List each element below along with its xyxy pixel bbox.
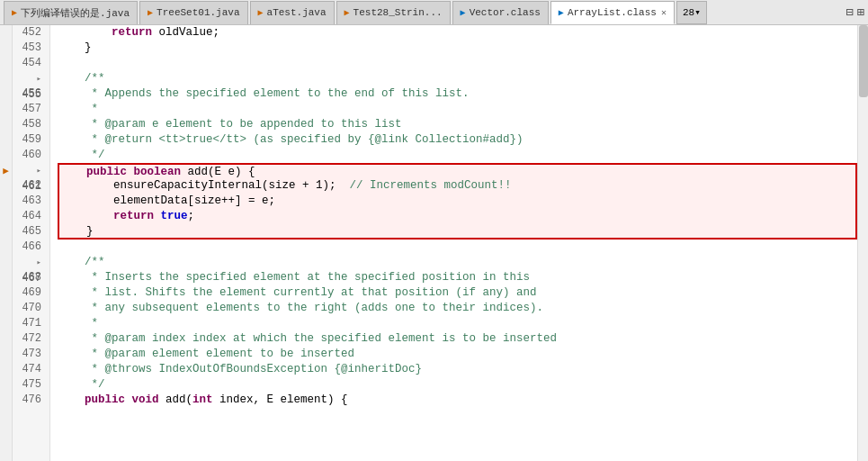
tab-4-label: Test28_Strin... xyxy=(353,7,443,18)
line-number-460: 460 xyxy=(13,148,46,163)
line-number-474: 474 xyxy=(13,362,46,377)
code-line-474: * @throws IndexOutOfBoundsException {@in… xyxy=(58,362,857,377)
code-line-456: * Appends the specified element to the e… xyxy=(58,86,857,102)
line-number-453: 453 xyxy=(13,41,46,56)
chevron-down-icon: ▾ xyxy=(694,6,701,18)
code-line-458: * @param e element to be appended to thi… xyxy=(58,117,857,132)
code-line-453: } xyxy=(58,41,857,56)
code-line-471: * xyxy=(58,316,857,331)
scrollbar-thumb[interactable] xyxy=(859,25,868,97)
code-line-469: * list. Shifts the element currently at … xyxy=(58,285,857,301)
code-line-452: return oldValue; xyxy=(58,25,857,41)
tab-5-icon: ▶ xyxy=(461,7,466,18)
gutter-mark-471 xyxy=(0,316,12,331)
code-line-470: * any subsequent elements to the right (… xyxy=(58,301,857,316)
tab-1-icon: ▶ xyxy=(12,7,17,18)
gutter-markers: ▶ xyxy=(0,25,13,461)
line-number-459: 459 xyxy=(13,132,46,148)
tab-6[interactable]: ▶ ArrayList.class ✕ xyxy=(550,1,675,24)
code-line-476: public void add(int index, E element) { xyxy=(58,393,857,408)
gutter-mark-452 xyxy=(0,25,12,41)
gutter-mark-456 xyxy=(0,86,12,102)
line-numbers: 452453454▸ 455456457458459460▸ 461462463… xyxy=(13,25,50,461)
line-number-461: ▸ 461 xyxy=(13,163,46,178)
line-number-466: 466 xyxy=(13,240,46,255)
gutter-mark-467 xyxy=(0,255,12,270)
tab-overflow-badge: 28 xyxy=(683,7,694,18)
tab-1[interactable]: ▶ 下列编译错误的是.java xyxy=(4,1,138,24)
gutter-mark-473 xyxy=(0,347,12,362)
line-number-471: 471 xyxy=(13,316,46,331)
editor-container: ▶ 452453454▸ 455456457458459460▸ 4614624… xyxy=(0,25,868,461)
line-number-454: 454 xyxy=(13,56,46,71)
gutter-mark-460 xyxy=(0,148,12,163)
code-line-467: /** xyxy=(58,255,857,270)
code-line-460: */ xyxy=(58,148,857,163)
gutter-mark-468 xyxy=(0,270,12,285)
code-line-463: elementData[size++] = e; xyxy=(58,194,857,209)
code-line-459: * @return <tt>true</tt> (as specified by… xyxy=(58,132,857,148)
line-number-462: 462 xyxy=(13,178,46,194)
tab-5-label: Vector.class xyxy=(470,7,541,18)
line-number-469: 469 xyxy=(13,285,46,301)
line-number-475: 475 xyxy=(13,377,46,393)
tab-6-icon: ▶ xyxy=(559,7,564,18)
tab-3-label: aTest.java xyxy=(267,7,327,18)
tab-6-label: ArrayList.class xyxy=(568,7,657,18)
tab-1-label: 下列编译错误的是.java xyxy=(21,6,130,20)
tab-bar: ▶ 下列编译错误的是.java ▶ TreeSet01.java ▶ aTest… xyxy=(0,0,868,25)
line-number-470: 470 xyxy=(13,301,46,316)
scrollbar[interactable] xyxy=(857,25,868,461)
tab-2-icon: ▶ xyxy=(148,7,153,18)
code-area[interactable]: return oldValue; } /** * Appends the spe… xyxy=(50,25,857,461)
line-number-463: 463 xyxy=(13,194,46,209)
gutter-mark-453 xyxy=(0,41,12,56)
code-line-464: return true; xyxy=(58,209,857,224)
code-line-473: * @param element element to be inserted xyxy=(58,347,857,362)
line-number-476: 476 xyxy=(13,393,46,408)
tab-4-icon: ▶ xyxy=(345,7,350,18)
gutter-mark-470 xyxy=(0,301,12,316)
code-line-454 xyxy=(58,56,857,71)
gutter-mark-459 xyxy=(0,132,12,148)
code-line-465: } xyxy=(58,224,857,240)
gutter-mark-476 xyxy=(0,393,12,408)
gutter-mark-472 xyxy=(0,331,12,347)
code-line-462: ensureCapacityInternal(size + 1); // Inc… xyxy=(58,178,857,194)
line-number-467: ▸ 467 xyxy=(13,255,46,270)
gutter-mark-469 xyxy=(0,285,12,301)
tab-overflow[interactable]: 28 ▾ xyxy=(676,1,707,24)
gutter-mark-475 xyxy=(0,377,12,393)
code-line-457: * xyxy=(58,102,857,117)
tab-3[interactable]: ▶ aTest.java xyxy=(250,1,335,24)
gutter-mark-461: ▶ xyxy=(0,163,12,178)
line-number-464: 464 xyxy=(13,209,46,224)
tab-4[interactable]: ▶ Test28_Strin... xyxy=(336,1,451,24)
gutter-mark-466 xyxy=(0,240,12,255)
minimize-icon[interactable]: ⊟ xyxy=(846,5,853,20)
line-number-472: 472 xyxy=(13,331,46,347)
line-number-458: 458 xyxy=(13,117,46,132)
gutter-mark-454 xyxy=(0,56,12,71)
gutter-mark-474 xyxy=(0,362,12,377)
code-line-468: * Inserts the specified element at the s… xyxy=(58,270,857,285)
line-number-473: 473 xyxy=(13,347,46,362)
gutter-mark-462 xyxy=(0,178,12,194)
line-number-457: 457 xyxy=(13,102,46,117)
line-number-468: 468 xyxy=(13,270,46,285)
tab-3-icon: ▶ xyxy=(258,7,264,18)
tab-5[interactable]: ▶ Vector.class xyxy=(452,1,549,24)
code-line-472: * @param index index at which the specif… xyxy=(58,331,857,347)
line-number-456: 456 xyxy=(13,86,46,102)
gutter-mark-463 xyxy=(0,194,12,209)
code-line-461: public boolean add(E e) { xyxy=(58,163,857,178)
code-line-455: /** xyxy=(58,71,857,86)
code-line-475: */ xyxy=(58,377,857,393)
gutter-mark-464 xyxy=(0,209,12,224)
tab-2[interactable]: ▶ TreeSet01.java xyxy=(139,1,247,24)
gutter-mark-457 xyxy=(0,102,12,117)
line-number-465: 465 xyxy=(13,224,46,240)
tab-6-close[interactable]: ✕ xyxy=(661,7,667,18)
gutter-mark-455 xyxy=(0,71,12,86)
maximize-icon[interactable]: ⊞ xyxy=(857,5,864,20)
